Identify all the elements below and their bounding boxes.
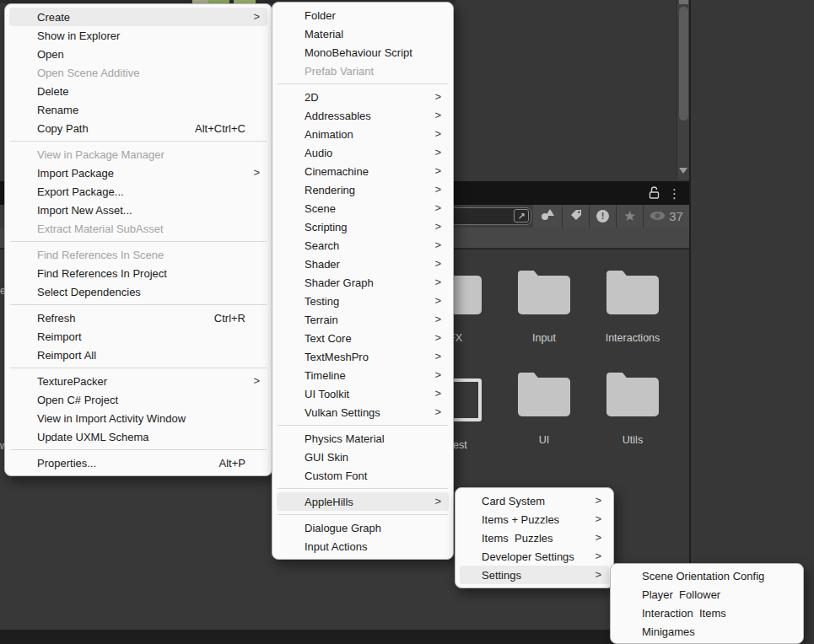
menu-item[interactable]: UI Toolkit> <box>277 384 449 403</box>
menu-item[interactable]: Input Actions <box>277 537 449 555</box>
menu-item[interactable]: Import New Asset... <box>9 201 267 219</box>
picker-icon[interactable]: ↗ <box>514 209 529 223</box>
menu-item[interactable]: Update UXML Schema <box>9 427 267 446</box>
submenu-arrow-icon: > <box>434 220 441 233</box>
menu-separator <box>10 304 267 305</box>
menu-item[interactable]: Card System> <box>460 491 609 510</box>
scrollbar-up-button[interactable] <box>679 0 688 4</box>
menu-item[interactable]: Reimport All <box>9 346 267 364</box>
menu-item[interactable]: Scripting> <box>277 217 449 236</box>
scrollbar-thumb[interactable] <box>679 7 688 121</box>
visibility-toggle[interactable]: 37 <box>643 205 689 228</box>
project-folder-interactions[interactable]: Interactions <box>590 271 675 344</box>
menu-item[interactable]: Search> <box>277 236 449 255</box>
kebab-menu-icon[interactable]: ⋮ <box>668 186 681 201</box>
menu-item[interactable]: Items Puzzles> <box>460 529 609 547</box>
menu-item[interactable]: TextMeshPro> <box>277 347 449 366</box>
menu-item[interactable]: Custom Font <box>277 466 449 485</box>
menu-item[interactable]: Import Package> <box>9 164 267 182</box>
unlock-icon[interactable] <box>649 185 660 202</box>
vertical-scrollbar[interactable] <box>677 0 689 180</box>
menu-item[interactable]: Select Dependencies <box>9 282 267 301</box>
menu-item[interactable]: Interaction Items <box>615 604 799 622</box>
menu-item-shortcut: Alt+P <box>219 457 245 470</box>
favorites-button[interactable]: ★ <box>616 205 643 228</box>
project-folder-input[interactable]: Input <box>502 271 586 344</box>
menu-item[interactable]: AppleHills> <box>277 492 449 511</box>
menu-item[interactable]: Minigames <box>615 622 799 641</box>
menu-item-label: Reimport All <box>37 349 96 362</box>
menu-item[interactable]: Copy PathAlt+Ctrl+C <box>9 119 267 137</box>
menu-item-label: Refresh <box>37 312 76 325</box>
menu-item[interactable]: Shader Graph> <box>277 273 449 292</box>
menu-item[interactable]: Dialogue Graph <box>277 518 449 537</box>
menu-item-label: Extract Material SubAsset <box>37 223 164 235</box>
menu-item[interactable]: Find References In Project <box>9 264 267 282</box>
menu-item[interactable]: Items + Puzzles> <box>460 510 609 529</box>
menu-item[interactable]: GUI Skin <box>277 448 449 466</box>
menu-item[interactable]: Audio> <box>277 143 449 162</box>
filter-by-type-button[interactable] <box>533 205 562 228</box>
menu-item[interactable]: Properties...Alt+P <box>9 453 267 472</box>
visible-items-count: 37 <box>669 209 683 223</box>
menu-item-label: Open Scene Additive <box>37 67 139 79</box>
menu-item: View in Package Manager <box>9 145 267 164</box>
menu-item: Open Scene Additive <box>9 63 267 82</box>
menu-item[interactable]: Shader> <box>277 255 449 273</box>
menu-item[interactable]: Material <box>277 24 449 43</box>
menu-item: Extract Material SubAsset <box>9 219 267 238</box>
menu-item[interactable]: Animation> <box>277 125 449 143</box>
menu-item[interactable]: Folder <box>277 6 449 24</box>
menu-item[interactable]: RefreshCtrl+R <box>9 309 267 327</box>
inspector-panel <box>691 0 814 644</box>
menu-item[interactable]: Timeline> <box>277 366 449 384</box>
menu-item[interactable]: Open C# Project <box>9 390 267 409</box>
menu-item[interactable]: Vulkan Settings> <box>277 403 449 421</box>
menu-item[interactable]: Reimport <box>9 327 267 346</box>
filter-by-label-button[interactable] <box>562 205 589 228</box>
menu-item-label: Find References In Scene <box>37 249 164 261</box>
scrollbar-down-arrow-icon[interactable] <box>679 168 687 174</box>
menu-item[interactable]: Terrain> <box>277 310 449 329</box>
menu-item[interactable]: Cinemachine> <box>277 162 449 180</box>
menu-item-label: Player Follower <box>642 588 720 601</box>
menu-item[interactable]: Settings> <box>460 566 609 584</box>
menu-item[interactable]: Testing> <box>277 292 449 310</box>
warnings-button[interactable]: ! <box>589 205 616 228</box>
menu-item-label: Developer Settings <box>482 550 574 563</box>
folder-icon <box>518 378 570 416</box>
menu-item-label: Reimport <box>37 330 82 343</box>
menu-item-label: View in Import Activity Window <box>37 412 186 425</box>
menu-item[interactable]: Scene> <box>277 199 449 217</box>
asset-label: est <box>453 439 467 451</box>
menu-item-label: Terrain <box>305 314 338 326</box>
menu-item[interactable]: Scene Orientation Config <box>615 566 799 585</box>
menu-separator <box>10 241 267 242</box>
menu-item[interactable]: View in Import Activity Window <box>9 409 267 427</box>
menu-item[interactable]: Delete <box>9 82 267 100</box>
menu-item[interactable]: Developer Settings> <box>460 547 609 566</box>
menu-item-label: Scripting <box>305 221 348 233</box>
project-folder-ui[interactable]: UI <box>502 373 586 446</box>
menu-item[interactable]: Create> <box>9 8 267 26</box>
submenu-arrow-icon: > <box>434 90 441 103</box>
menu-item[interactable]: Export Package... <box>9 182 267 201</box>
menu-item[interactable]: MonoBehaviour Script <box>277 43 449 62</box>
menu-item-label: Interaction Items <box>642 607 726 620</box>
menu-item[interactable]: Addressables> <box>277 106 449 125</box>
menu-item-label: Folder <box>305 9 336 22</box>
menu-item: Find References In Scene <box>9 245 267 264</box>
menu-item[interactable]: Physics Material <box>277 429 449 448</box>
menu-item[interactable]: Show in Explorer <box>9 26 267 45</box>
menu-separator <box>278 488 448 489</box>
menu-item-label: Show in Explorer <box>37 30 120 42</box>
project-folder-utils[interactable]: Utils <box>590 373 675 446</box>
menu-item[interactable]: Player Follower <box>615 585 799 604</box>
menu-item-label: GUI Skin <box>305 451 348 464</box>
menu-item[interactable]: Text Core> <box>277 329 449 347</box>
menu-item[interactable]: Open <box>9 45 267 63</box>
menu-item[interactable]: Rendering> <box>277 180 449 199</box>
menu-item[interactable]: Rename <box>9 100 267 119</box>
menu-item[interactable]: TexturePacker> <box>9 372 267 390</box>
menu-item[interactable]: 2D> <box>277 88 449 106</box>
